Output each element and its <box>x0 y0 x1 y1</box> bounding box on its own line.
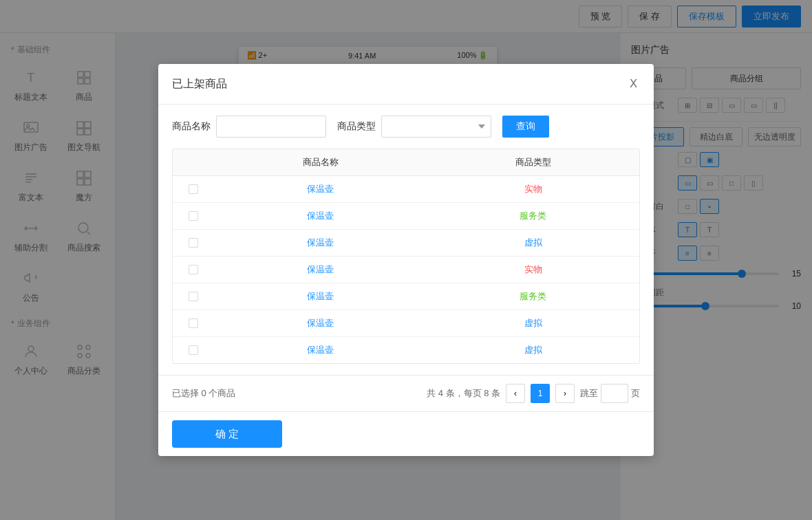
row-name-cell: 保温壶 <box>214 176 427 203</box>
row-checkbox-6[interactable] <box>189 345 198 355</box>
jump-label: 跳至 <box>580 387 598 400</box>
table-row: 保温壶虚拟 <box>173 230 639 257</box>
table-row: 保温壶虚拟 <box>173 337 639 364</box>
name-search-input[interactable] <box>216 116 326 138</box>
row-name-cell: 保温壶 <box>214 257 427 283</box>
table-check-header <box>173 149 214 176</box>
modal-title: 已上架商品 <box>172 77 227 91</box>
confirm-button[interactable]: 确 定 <box>172 420 282 448</box>
type-search-select[interactable]: 实物 服务类 虚拟 <box>381 116 491 138</box>
row-type-cell: 虚拟 <box>427 230 639 257</box>
row-type-cell: 实物 <box>427 257 639 283</box>
modal-confirm-footer: 确 定 <box>158 411 654 456</box>
row-type-cell: 虚拟 <box>427 310 639 337</box>
product-table-inner: 商品名称 商品类型 保温壶实物保温壶服务类保温壶虚拟保温壶实物保温壶服务类保温壶… <box>173 149 639 363</box>
selected-info: 已选择 0 个商品 <box>172 387 235 400</box>
row-checkbox-cell <box>173 203 214 230</box>
table-row: 保温壶虚拟 <box>173 310 639 337</box>
row-name-cell: 保温壶 <box>214 310 427 337</box>
next-page-button[interactable]: › <box>555 384 575 403</box>
row-checkbox-1[interactable] <box>189 211 198 221</box>
row-checkbox-3[interactable] <box>189 265 198 274</box>
table-row: 保温壶实物 <box>173 257 639 283</box>
row-type-cell: 服务类 <box>427 203 639 230</box>
table-row: 保温壶服务类 <box>173 283 639 310</box>
type-search-field: 商品类型 实物 服务类 虚拟 <box>337 116 491 138</box>
modal-overlay: 已上架商品 X 商品名称 商品类型 实物 服务类 虚拟 <box>0 0 812 520</box>
modal-footer: 已选择 0 个商品 共 4 条，每页 8 条 ‹ 1 › 跳至 页 <box>158 375 654 411</box>
modal-header: 已上架商品 X <box>158 64 654 105</box>
query-button[interactable]: 查询 <box>502 116 549 138</box>
modal-body: 商品名称 商品类型 实物 服务类 虚拟 查询 <box>158 105 654 375</box>
type-field-label: 商品类型 <box>337 120 376 133</box>
table-row: 保温壶实物 <box>173 176 639 203</box>
table-name-header: 商品名称 <box>214 149 427 176</box>
row-checkbox-cell <box>173 257 214 283</box>
page-jump-input[interactable] <box>601 384 628 403</box>
page-suffix: 页 <box>631 387 640 400</box>
search-row: 商品名称 商品类型 实物 服务类 虚拟 查询 <box>172 116 640 138</box>
product-table: 商品名称 商品类型 保温壶实物保温壶服务类保温壶虚拟保温壶实物保温壶服务类保温壶… <box>172 149 640 364</box>
row-type-cell: 实物 <box>427 176 639 203</box>
table-type-header: 商品类型 <box>427 149 639 176</box>
row-name-cell: 保温壶 <box>214 283 427 310</box>
total-info: 共 4 条，每页 8 条 <box>427 387 500 400</box>
modal-dialog: 已上架商品 X 商品名称 商品类型 实物 服务类 虚拟 <box>158 64 654 456</box>
name-search-field: 商品名称 <box>172 116 326 138</box>
row-checkbox-cell <box>173 310 214 337</box>
row-type-cell: 虚拟 <box>427 337 639 364</box>
row-checkbox-4[interactable] <box>189 292 198 301</box>
row-checkbox-0[interactable] <box>189 184 198 194</box>
row-checkbox-cell <box>173 176 214 203</box>
page-jump: 跳至 页 <box>580 384 640 403</box>
row-type-cell: 服务类 <box>427 283 639 310</box>
row-checkbox-2[interactable] <box>189 238 198 248</box>
modal-close-button[interactable]: X <box>627 75 640 93</box>
row-checkbox-5[interactable] <box>189 318 198 328</box>
row-checkbox-cell <box>173 283 214 310</box>
table-row: 保温壶服务类 <box>173 203 639 230</box>
row-checkbox-cell <box>173 230 214 257</box>
row-name-cell: 保温壶 <box>214 230 427 257</box>
prev-page-button[interactable]: ‹ <box>506 384 525 403</box>
pagination: 共 4 条，每页 8 条 ‹ 1 › 跳至 页 <box>427 384 640 403</box>
name-field-label: 商品名称 <box>172 120 211 133</box>
row-name-cell: 保温壶 <box>214 203 427 230</box>
row-name-cell: 保温壶 <box>214 337 427 364</box>
row-checkbox-cell <box>173 337 214 364</box>
page-1-button[interactable]: 1 <box>531 384 550 403</box>
